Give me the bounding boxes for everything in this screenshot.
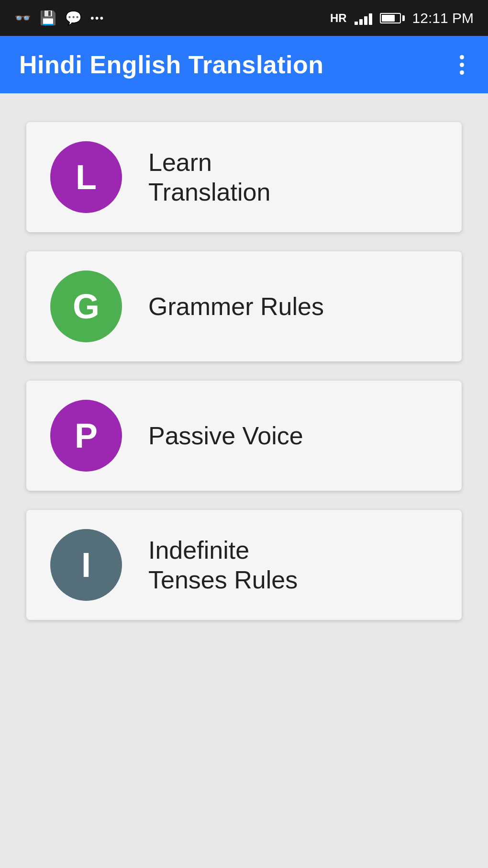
learn-translation-item[interactable]: L LearnTranslation (26, 122, 462, 232)
more-icon: ••• (90, 12, 104, 24)
message-icon: 💬 (65, 10, 82, 26)
battery-icon (380, 13, 405, 23)
save-icon: 💾 (40, 10, 56, 26)
more-options-button[interactable] (455, 50, 469, 79)
app-title: Hindi English Translation (19, 50, 324, 79)
hr-label: HR (330, 11, 347, 25)
passive-voice-avatar: P (50, 400, 122, 472)
signal-icon (355, 11, 372, 25)
learn-translation-letter: L (76, 158, 97, 197)
glasses-icon: 👓 (14, 10, 31, 26)
status-bar: 👓 💾 💬 ••• HR 12:11 PM (0, 0, 488, 36)
indefinite-tenses-item[interactable]: I IndefiniteTenses Rules (26, 510, 462, 620)
status-bar-left: 👓 💾 💬 ••• (14, 10, 104, 26)
indefinite-tenses-label: IndefiniteTenses Rules (148, 535, 298, 595)
passive-voice-label: Passive Voice (148, 421, 303, 451)
passive-voice-letter: P (75, 416, 98, 455)
app-bar: Hindi English Translation (0, 36, 488, 93)
status-bar-right: HR 12:11 PM (330, 10, 474, 26)
main-content: L LearnTranslation G Grammer Rules P Pas… (0, 93, 488, 649)
grammer-rules-avatar: G (50, 271, 122, 342)
passive-voice-item[interactable]: P Passive Voice (26, 381, 462, 491)
indefinite-tenses-avatar: I (50, 529, 122, 601)
learn-translation-label: LearnTranslation (148, 147, 270, 207)
learn-translation-avatar: L (50, 141, 122, 213)
grammer-rules-label: Grammer Rules (148, 292, 324, 321)
status-time: 12:11 PM (412, 10, 474, 26)
grammer-rules-item[interactable]: G Grammer Rules (26, 251, 462, 361)
grammer-rules-letter: G (73, 287, 100, 326)
indefinite-tenses-letter: I (81, 545, 91, 585)
